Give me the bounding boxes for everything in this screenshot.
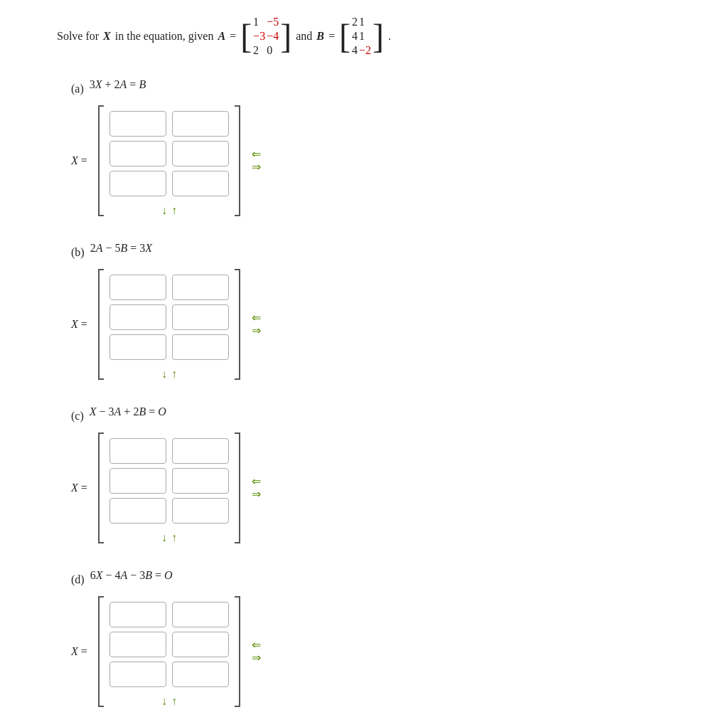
b12: 1 xyxy=(359,16,371,28)
page: Solve for X in the equation, given A = [… xyxy=(0,0,728,722)
part-b-equation: 2A − 5B = 3X xyxy=(90,242,152,255)
equals-header: = xyxy=(230,30,236,43)
part-d-r1c2[interactable] xyxy=(172,602,229,627)
a32: 0 xyxy=(267,44,279,57)
part-d-down-arrow[interactable]: ↓ xyxy=(161,696,167,707)
part-a-input-grid xyxy=(107,105,232,202)
part-c-r3c2[interactable] xyxy=(172,498,229,524)
part-c-label: (c) X − 3A + 2B = O xyxy=(71,405,700,427)
part-d-right-arrow[interactable]: ⇒ xyxy=(252,652,261,664)
parts-container: (a) 3X + 2A = B X = xyxy=(57,78,700,707)
part-b-input-row: X = ↓ ↑ xyxy=(71,269,700,380)
part-a-matrix-input: ↓ ↑ xyxy=(98,105,240,216)
bracket-left-a: [ xyxy=(240,19,252,53)
b22: 1 xyxy=(359,30,371,43)
part-c-r1c1[interactable] xyxy=(109,438,166,464)
part-a-down-arrow[interactable]: ↓ xyxy=(161,205,167,216)
part-c-input-grid xyxy=(107,432,232,529)
period: . xyxy=(388,30,391,43)
problem-header: Solve for X in the equation, given A = [… xyxy=(57,14,700,58)
and-text: and xyxy=(296,30,312,43)
part-b-up-arrow[interactable]: ↑ xyxy=(171,368,177,380)
part-b-r2c1[interactable] xyxy=(109,304,166,330)
part-d-bracket-left xyxy=(98,596,104,707)
part-b-r3c2[interactable] xyxy=(172,334,229,360)
part-b-input-grid xyxy=(107,269,232,366)
part-c-matrix-input: ↓ ↑ xyxy=(98,432,240,543)
a22: −4 xyxy=(267,30,279,43)
part-b-down-arrow[interactable]: ↓ xyxy=(161,368,167,380)
part-b-left-arrow[interactable]: ⇐ xyxy=(252,312,261,324)
part-c-r3c1[interactable] xyxy=(109,498,166,524)
b31: 4 xyxy=(352,44,358,57)
part-d-input-grid xyxy=(107,596,232,693)
part-c-x-label: X = xyxy=(71,482,91,494)
part-a-r1c2[interactable] xyxy=(172,111,229,137)
part-a-bracket-left xyxy=(98,105,104,216)
part-d-bracket-right xyxy=(235,596,240,707)
part-d-label: (d) 6X − 4A − 3B = O xyxy=(71,569,700,590)
part-b-r1c2[interactable] xyxy=(172,275,229,300)
part-b-right-arrow[interactable]: ⇒ xyxy=(252,325,261,336)
part-c-r2c2[interactable] xyxy=(172,468,229,494)
part-c-right-arrow[interactable]: ⇒ xyxy=(252,489,261,500)
matrix-b: [ 21 41 4−2 ] xyxy=(339,14,384,58)
part-c-bracket-left xyxy=(98,432,104,543)
part-d: (d) 6X − 4A − 3B = O X = xyxy=(57,569,700,707)
in-text: in the equation, given xyxy=(115,30,214,43)
matrix-a-table: 1−5 −3−4 20 xyxy=(252,14,280,58)
part-d-arrows-right: ⇐ ⇒ xyxy=(252,639,261,664)
part-c-arrows-bottom: ↓ ↑ xyxy=(107,532,232,543)
b11: 2 xyxy=(352,16,358,28)
part-a-right-arrow[interactable]: ⇒ xyxy=(252,161,261,173)
part-a-r3c1[interactable] xyxy=(109,171,166,196)
part-d-r2c1[interactable] xyxy=(109,632,166,657)
part-a-r2c2[interactable] xyxy=(172,141,229,166)
part-c-left-arrow[interactable]: ⇐ xyxy=(252,476,261,487)
part-c-down-arrow[interactable]: ↓ xyxy=(161,532,167,543)
part-c-up-arrow[interactable]: ↑ xyxy=(171,532,177,543)
part-b: (b) 2A − 5B = 3X X = xyxy=(57,242,700,380)
part-b-r1c1[interactable] xyxy=(109,275,166,300)
part-d-matrix-input: ↓ ↑ xyxy=(98,596,240,707)
part-d-left-arrow[interactable]: ⇐ xyxy=(252,639,261,651)
a11: 1 xyxy=(253,16,265,28)
part-b-arrows-right: ⇐ ⇒ xyxy=(252,312,261,336)
part-d-equation: 6X − 4A − 3B = O xyxy=(90,569,173,582)
part-c: (c) X − 3A + 2B = O X = xyxy=(57,405,700,543)
part-d-r2c2[interactable] xyxy=(172,632,229,657)
part-d-r1c1[interactable] xyxy=(109,602,166,627)
part-a-r3c2[interactable] xyxy=(172,171,229,196)
bracket-left-b: [ xyxy=(339,19,350,53)
solve-text: Solve for xyxy=(57,30,99,43)
part-a-equation: 3X + 2A = B xyxy=(90,78,146,91)
part-b-matrix-input: ↓ ↑ xyxy=(98,269,240,380)
part-c-id: (c) xyxy=(71,410,84,423)
part-d-id: (d) xyxy=(71,573,85,586)
part-a-r2c1[interactable] xyxy=(109,141,166,166)
b32: −2 xyxy=(359,44,371,57)
part-a-x-label: X = xyxy=(71,154,91,167)
part-b-id: (b) xyxy=(71,246,85,259)
part-a-left-arrow[interactable]: ⇐ xyxy=(252,149,261,160)
part-c-r1c2[interactable] xyxy=(172,438,229,464)
part-b-r3c1[interactable] xyxy=(109,334,166,360)
part-a-arrows-right: ⇐ ⇒ xyxy=(252,149,261,173)
var-b-header: B xyxy=(316,30,324,43)
part-c-arrows-right: ⇐ ⇒ xyxy=(252,476,261,500)
part-a-up-arrow[interactable]: ↑ xyxy=(171,205,177,216)
part-d-r3c2[interactable] xyxy=(172,662,229,687)
bracket-right-a: ] xyxy=(280,19,291,53)
equals-b-header: = xyxy=(328,30,335,43)
part-a-r1c1[interactable] xyxy=(109,111,166,137)
part-b-arrows-bottom: ↓ ↑ xyxy=(107,368,232,380)
matrix-a: [ 1−5 −3−4 20 ] xyxy=(240,14,291,58)
part-d-up-arrow[interactable]: ↑ xyxy=(171,696,177,707)
part-b-x-label: X = xyxy=(71,318,91,331)
part-a: (a) 3X + 2A = B X = xyxy=(57,78,700,216)
part-b-bracket-right xyxy=(235,269,240,380)
part-b-r2c2[interactable] xyxy=(172,304,229,330)
part-d-r3c1[interactable] xyxy=(109,662,166,687)
part-c-r2c1[interactable] xyxy=(109,468,166,494)
bracket-right-b: ] xyxy=(373,19,384,53)
